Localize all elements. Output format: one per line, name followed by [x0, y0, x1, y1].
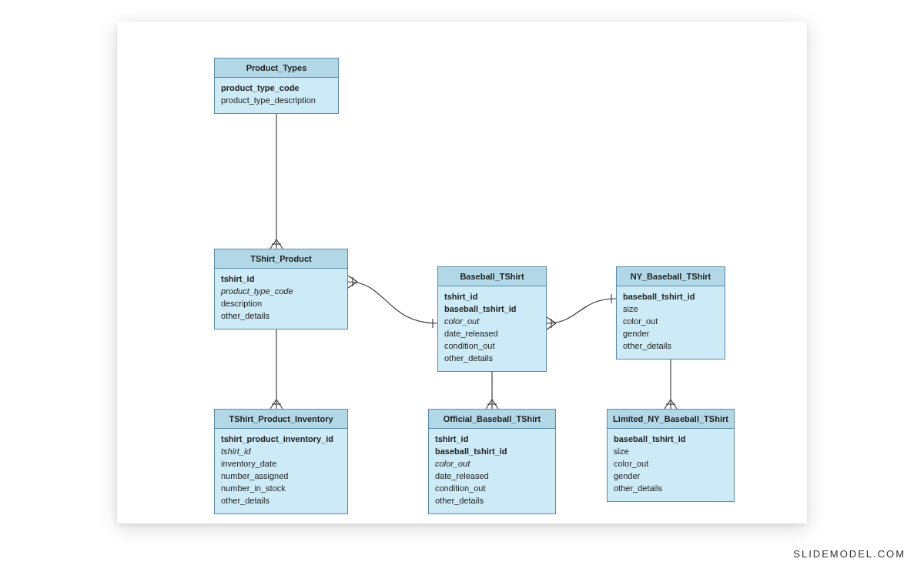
- entity-title: TShirt_Product: [215, 249, 347, 269]
- entity-attribute: other_details: [614, 483, 728, 495]
- entity-attribute: size: [623, 303, 718, 316]
- entity-attribute: baseball_tshirt_id: [435, 446, 549, 458]
- entity-attribute: condition_out: [435, 483, 549, 495]
- entity-tshirt-product: TShirt_Product tshirt_idproduct_type_cod…: [214, 249, 348, 329]
- entity-attribute: product_type_code: [221, 286, 341, 298]
- entity-attribute: other_details: [623, 340, 718, 353]
- entity-attribute: color_out: [435, 458, 549, 470]
- svg-line-21: [486, 400, 492, 409]
- svg-line-22: [492, 400, 498, 409]
- entity-body: tshirt_idbaseball_tshirt_idcolor_outdate…: [438, 286, 546, 371]
- entity-attribute: color_out: [623, 316, 718, 328]
- entity-body: tshirt_idproduct_type_codedescriptionoth…: [215, 269, 347, 329]
- svg-line-16: [547, 323, 556, 329]
- svg-line-27: [671, 400, 677, 409]
- entity-attribute: other_details: [221, 495, 341, 507]
- entity-body: baseball_tshirt_idsizecolor_outgenderoth…: [608, 429, 734, 501]
- entity-attribute: condition_out: [444, 340, 540, 353]
- svg-line-26: [665, 400, 671, 409]
- entity-attribute: size: [614, 446, 728, 458]
- entity-tshirt-product-inventory: TShirt_Product_Inventory tshirt_product_…: [214, 409, 348, 514]
- svg-line-4: [276, 239, 283, 249]
- svg-line-3: [270, 239, 276, 249]
- entity-attribute: baseball_tshirt_id: [444, 303, 540, 316]
- entity-attribute: product_type_description: [221, 95, 332, 107]
- entity-attribute: baseball_tshirt_id: [614, 433, 728, 446]
- entity-attribute: date_released: [444, 328, 540, 340]
- diagram-card: Product_Types product_type_codeproduct_t…: [117, 22, 807, 523]
- svg-line-15: [547, 317, 556, 323]
- entity-attribute: other_details: [444, 353, 540, 365]
- entity-body: tshirt_product_inventory_idtshirt_idinve…: [215, 429, 347, 513]
- entity-attribute: gender: [614, 470, 728, 483]
- entity-body: baseball_tshirt_idsizecolor_outgenderoth…: [617, 286, 725, 359]
- entity-attribute: tshirt_id: [435, 433, 549, 446]
- entity-baseball-tshirt: Baseball_TShirt tshirt_idbaseball_tshirt…: [437, 266, 547, 372]
- entity-limited-ny-baseball-tshirt: Limited_NY_Baseball_TShirt baseball_tshi…: [607, 409, 735, 502]
- stage: Product_Types product_type_codeproduct_t…: [0, 0, 924, 572]
- entity-title: TShirt_Product_Inventory: [215, 410, 347, 429]
- entity-title: NY_Baseball_TShirt: [617, 267, 725, 286]
- watermark: SLIDEMODEL.COM: [793, 548, 906, 560]
- entity-body: product_type_codeproduct_type_descriptio…: [215, 78, 338, 113]
- entity-attribute: baseball_tshirt_id: [623, 291, 718, 303]
- entity-attribute: other_details: [221, 310, 341, 323]
- entity-title: Product_Types: [215, 59, 338, 78]
- entity-attribute: color_out: [444, 316, 540, 328]
- entity-attribute: other_details: [435, 495, 549, 507]
- entity-title: Official_Baseball_TShirt: [429, 410, 555, 429]
- svg-line-12: [348, 282, 357, 288]
- entity-attribute: tshirt_id: [221, 273, 341, 286]
- entity-ny-baseball-tshirt: NY_Baseball_TShirt baseball_tshirt_idsiz…: [616, 266, 725, 360]
- entity-attribute: tshirt_id: [444, 291, 540, 303]
- entity-attribute: description: [221, 298, 341, 310]
- entity-attribute: tshirt_product_inventory_id: [221, 433, 341, 446]
- entity-attribute: number_in_stock: [221, 483, 341, 495]
- svg-line-8: [270, 400, 276, 409]
- entity-attribute: date_released: [435, 470, 549, 483]
- entity-title: Baseball_TShirt: [438, 267, 546, 286]
- entity-attribute: number_assigned: [221, 470, 341, 483]
- svg-line-9: [276, 400, 283, 409]
- svg-line-11: [348, 276, 357, 282]
- entity-attribute: color_out: [614, 458, 728, 470]
- entity-title: Limited_NY_Baseball_TShirt: [608, 410, 734, 429]
- entity-attribute: inventory_date: [221, 458, 341, 470]
- entity-product-types: Product_Types product_type_codeproduct_t…: [214, 58, 339, 114]
- entity-attribute: gender: [623, 328, 718, 340]
- entity-attribute: tshirt_id: [221, 446, 341, 458]
- entity-official-baseball-tshirt: Official_Baseball_TShirt tshirt_idbaseba…: [428, 409, 556, 514]
- entity-body: tshirt_idbaseball_tshirt_idcolor_outdate…: [429, 429, 555, 513]
- entity-attribute: product_type_code: [221, 82, 332, 95]
